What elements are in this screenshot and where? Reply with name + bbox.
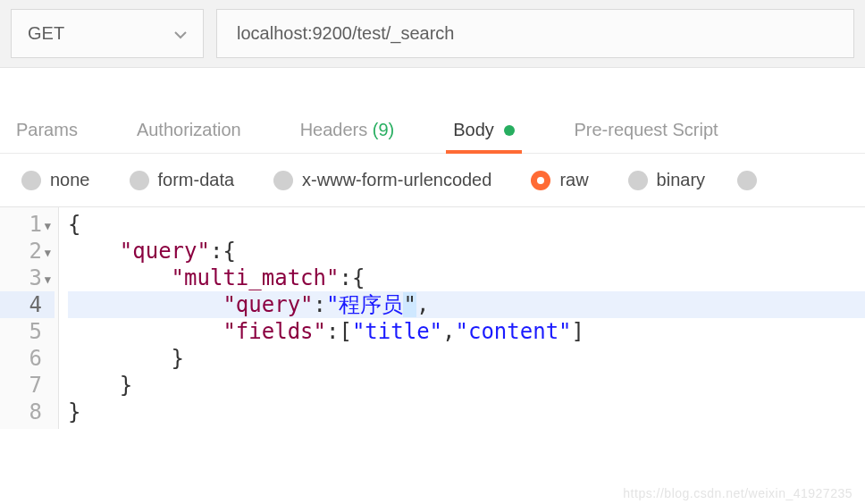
tab-body[interactable]: Body	[451, 109, 516, 153]
body-type-more[interactable]	[737, 171, 757, 190]
body-type-label: x-www-form-urlencoded	[302, 170, 491, 190]
body-type-binary[interactable]: binary	[628, 170, 705, 190]
request-tabs: Params Authorization Headers (9) Body Pr…	[0, 109, 865, 154]
body-type-label: raw	[559, 170, 588, 190]
radio-icon	[21, 171, 41, 190]
editor-content[interactable]: { "query":{ "multi_match":{ "query":"程序员…	[59, 207, 865, 429]
body-type-formdata[interactable]: form-data	[130, 170, 235, 190]
tab-prerequest[interactable]: Pre-request Script	[572, 109, 719, 153]
tab-body-label: Body	[453, 120, 494, 139]
tab-authorization[interactable]: Authorization	[135, 109, 243, 153]
body-type-none[interactable]: none	[21, 170, 90, 190]
chevron-down-icon	[174, 23, 187, 44]
body-type-label: none	[50, 170, 90, 190]
url-input-container	[216, 9, 854, 58]
tab-headers-label: Headers	[300, 120, 368, 139]
body-type-row: none form-data x-www-form-urlencoded raw…	[0, 154, 865, 206]
url-input[interactable]	[237, 23, 853, 44]
dot-icon	[504, 125, 515, 136]
radio-icon	[273, 171, 293, 190]
radio-selected-icon	[531, 171, 550, 190]
body-type-label: form-data	[158, 170, 235, 190]
radio-icon	[628, 171, 648, 190]
watermark-text: https://blog.csdn.net/weixin_41927235	[623, 486, 852, 500]
http-method-select[interactable]: GET	[11, 9, 204, 58]
tab-params[interactable]: Params	[14, 109, 80, 153]
radio-icon	[130, 171, 149, 190]
tab-headers[interactable]: Headers (9)	[298, 109, 397, 153]
request-bar: GET	[0, 0, 865, 68]
body-type-xwww[interactable]: x-www-form-urlencoded	[273, 170, 491, 190]
radio-icon	[737, 171, 757, 190]
editor-gutter: 1▼2▼3▼45678	[0, 207, 59, 429]
body-type-raw[interactable]: raw	[531, 170, 588, 190]
tab-headers-count: (9)	[373, 120, 394, 139]
body-type-label: binary	[657, 170, 705, 190]
code-editor[interactable]: 1▼2▼3▼45678 { "query":{ "multi_match":{ …	[0, 206, 865, 429]
http-method-value: GET	[28, 23, 64, 44]
